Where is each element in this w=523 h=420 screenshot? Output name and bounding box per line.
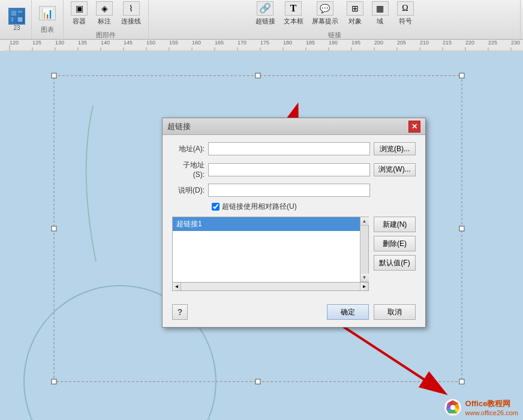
toolbar-section-chart: 📊 图表 [32, 0, 64, 39]
object-icon[interactable]: ⊞ 对象 [344, 0, 366, 27]
svg-text:145: 145 [124, 40, 133, 46]
scroll-right-button[interactable]: ► [360, 283, 368, 290]
hyperlink-dialog: 超链接 ✕ 地址(A): 浏览(B)... 子地址(S): 浏览(W)... 说… [162, 118, 426, 328]
toolbar: 23 📊 图表 ▣ 容器 ◈ 标注 ⌇ 连接线 图部件 [0, 0, 523, 40]
svg-text:180: 180 [283, 40, 292, 46]
svg-rect-0 [11, 10, 17, 16]
svg-text:215: 215 [443, 40, 452, 46]
svg-text:120: 120 [10, 40, 19, 46]
svg-text:140: 140 [101, 40, 110, 46]
scroll-horizontal-track [181, 283, 360, 290]
browse-address-button[interactable]: 浏览(B)... [374, 142, 416, 155]
svg-rect-57 [52, 226, 56, 231]
svg-text:205: 205 [397, 40, 406, 46]
section-label-parts: 图部件 [96, 31, 116, 40]
svg-text:230: 230 [511, 40, 520, 46]
default-button[interactable]: 默认值(F) [374, 255, 416, 271]
svg-text:155: 155 [169, 40, 178, 46]
svg-point-69 [450, 405, 455, 410]
object-label: 对象 [348, 17, 362, 26]
watermark-line2: www.office26.com [465, 409, 518, 416]
svg-rect-60 [256, 379, 260, 384]
logo-image [8, 8, 25, 25]
svg-text:165: 165 [215, 40, 224, 46]
textbox-label: 文本框 [284, 17, 303, 26]
section-label-link: 链接 [328, 31, 341, 40]
relative-path-checkbox[interactable] [212, 203, 220, 211]
svg-rect-55 [256, 73, 260, 78]
checkbox-row: 超链接使用相对路径(U) [172, 202, 416, 212]
delete-button[interactable]: 删除(E) [374, 236, 416, 251]
svg-text:175: 175 [260, 40, 269, 46]
hyperlink-list[interactable]: 超链接1 [172, 217, 360, 283]
watermark: Office教程网 www.office26.com [444, 398, 518, 416]
symbol-icon[interactable]: Ω 符号 [395, 0, 416, 27]
annotation-icon[interactable]: ◈ 标注 [94, 0, 115, 27]
canvas-area: 图 [0, 52, 523, 420]
svg-text:130: 130 [55, 40, 64, 46]
list-section: 超链接1 ▲ ▼ ◄ ► [172, 217, 416, 291]
section-label-chart: 图表 [41, 25, 54, 34]
svg-text:150: 150 [146, 40, 155, 46]
svg-text:210: 210 [420, 40, 429, 46]
ruler-content: // This will be rendered statically 120 … [0, 40, 523, 51]
list-action-buttons: 新建(N) 删除(E) 默认值(F) [374, 217, 416, 291]
svg-text:200: 200 [374, 40, 383, 46]
connector-label: 连接线 [121, 17, 141, 26]
screentip-icon[interactable]: 💬 屏幕提示 [309, 0, 341, 27]
subaddress-input[interactable] [208, 163, 370, 176]
browse-sub-button[interactable]: 浏览(W)... [374, 163, 416, 176]
container-label: 容器 [73, 17, 86, 26]
dialog-body: 地址(A): 浏览(B)... 子地址(S): 浏览(W)... 说明(D): … [163, 135, 425, 304]
screentip-label: 屏幕提示 [312, 17, 338, 26]
hyperlink-icon[interactable]: 🔗 超链接 [253, 0, 278, 27]
description-label: 说明(D): [172, 185, 208, 196]
scroll-track [361, 226, 368, 274]
svg-text:170: 170 [238, 40, 247, 46]
footer-buttons: 确定 取消 [327, 304, 416, 320]
svg-rect-1 [17, 10, 23, 13]
textbox-icon[interactable]: T 文本框 [281, 0, 306, 27]
ok-button[interactable]: 确定 [327, 304, 369, 320]
checkbox-label: 超链接使用相对路径(U) [222, 202, 297, 212]
svg-rect-54 [52, 73, 56, 78]
address-label: 地址(A): [172, 144, 208, 154]
svg-rect-59 [52, 379, 56, 384]
new-button[interactable]: 新建(N) [374, 217, 416, 232]
svg-rect-56 [459, 73, 464, 78]
help-button[interactable]: ? [172, 304, 188, 320]
svg-text:220: 220 [465, 40, 474, 46]
svg-text:195: 195 [351, 40, 360, 46]
svg-text:225: 225 [488, 40, 497, 46]
watermark-line1: Office教程网 [465, 398, 518, 409]
dialog-close-button[interactable]: ✕ [408, 121, 420, 133]
address-input[interactable] [208, 142, 370, 155]
list-item[interactable]: 超链接1 [173, 217, 360, 231]
scroll-left-button[interactable]: ◄ [173, 283, 181, 290]
ruler: // This will be rendered statically 120 … [0, 40, 523, 52]
app-logo: 23 [2, 0, 32, 39]
scroll-up-button[interactable]: ▲ [360, 217, 369, 226]
office-logo [444, 398, 462, 416]
field-icon[interactable]: ▦ 域 [369, 0, 391, 27]
svg-text:160: 160 [192, 40, 201, 46]
svg-rect-61 [459, 379, 464, 384]
connector-icon[interactable]: ⌇ 连接线 [119, 0, 143, 27]
container-icon[interactable]: ▣ 容器 [68, 0, 90, 27]
dialog-footer: ? 确定 取消 [163, 304, 425, 327]
svg-text:190: 190 [329, 40, 338, 46]
list-scrollbar[interactable]: ▲ ▼ [360, 217, 369, 283]
svg-rect-2 [11, 17, 14, 22]
svg-rect-3 [17, 17, 23, 22]
cancel-button[interactable]: 取消 [374, 304, 416, 320]
scroll-down-button[interactable]: ▼ [360, 274, 369, 282]
field-label: 域 [377, 17, 383, 26]
subaddress-label: 子地址(S): [172, 160, 208, 179]
watermark-text: Office教程网 www.office26.com [465, 398, 518, 416]
description-input[interactable] [208, 184, 370, 197]
chart-icon-group[interactable]: 📊 [37, 5, 58, 22]
svg-rect-58 [459, 226, 464, 231]
toolbar-section-link: 🔗 超链接 T 文本框 💬 屏幕提示 ⊞ 对象 ▦ 域 Ω 符号 [149, 0, 521, 39]
svg-text:135: 135 [78, 40, 87, 46]
symbol-label: 符号 [399, 17, 412, 26]
